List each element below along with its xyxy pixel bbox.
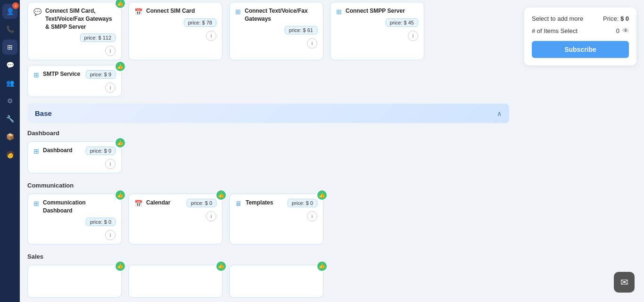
card-gateway-icon: ⊞ xyxy=(235,8,241,16)
sidebar-icon-avatar[interactable]: 👤 9 xyxy=(2,4,17,19)
service-card-connect-smpp[interactable]: ⊞ Connect SMPP Server price: $ 45 i xyxy=(330,2,424,60)
sidebar-icon-grid[interactable]: ⊞ xyxy=(2,40,17,55)
card-header: 💬 Connect SIM Card, Text/Voice/Fax Gatew… xyxy=(33,7,116,31)
info-button[interactable]: i xyxy=(408,31,418,41)
card-title: Communication Dashboard xyxy=(43,199,116,215)
section-header-base[interactable]: Base ∧ xyxy=(27,104,509,123)
price-badge: price: $ 61 xyxy=(285,26,317,34)
card-title: Templates xyxy=(246,199,284,207)
selected-badge: 👍 xyxy=(115,61,126,72)
service-card-connect-sim-full[interactable]: 👍 💬 Connect SIM Card, Text/Voice/Fax Gat… xyxy=(27,2,122,60)
grid-icon: ⊞ xyxy=(7,43,13,51)
selected-badge: 👍 xyxy=(115,261,126,272)
service-card-sales-3[interactable]: 👍 xyxy=(229,265,323,298)
subscribe-button[interactable]: Subscribe xyxy=(532,41,629,58)
right-panel: Select to add more Price: $ 0 # of Items… xyxy=(517,0,644,302)
phone-icon: 📞 xyxy=(6,25,14,33)
comm-dashboard-icon: ⊞ xyxy=(33,200,39,207)
subscribe-price-row: Select to add more Price: $ 0 xyxy=(532,15,629,22)
info-button[interactable]: i xyxy=(206,211,216,221)
info-button[interactable]: i xyxy=(307,211,317,221)
items-label: # of Items Select xyxy=(532,27,578,34)
info-button[interactable]: i xyxy=(206,31,216,41)
service-card-smtp[interactable]: 👍 ⊞ SMTP Service price: $ 9 i xyxy=(27,65,122,97)
service-card-sales-2[interactable]: 👍 xyxy=(128,265,223,298)
service-card-calendar[interactable]: 👍 📅 Calendar price: $ 0 i xyxy=(128,194,223,245)
card-header: 📅 Calendar price: $ 0 xyxy=(134,199,216,207)
price-display: Price: $ 0 xyxy=(603,15,629,22)
card-title: Connect SMPP Server xyxy=(346,7,418,15)
card-calendar-icon: 📅 xyxy=(134,8,142,16)
sales-cards-grid: 👍 👍 👍 xyxy=(27,265,509,298)
card-footer: i xyxy=(33,46,116,56)
eye-icon[interactable]: 👁 xyxy=(622,27,629,34)
category-label-sales: Sales xyxy=(27,253,509,260)
service-card-connect-gateways[interactable]: ⊞ Connect Text/Voice/Fax Gateways price:… xyxy=(229,2,323,60)
card-footer: i xyxy=(235,211,317,221)
items-count-value: 0 xyxy=(616,27,619,34)
category-label-dashboard: Dashboard xyxy=(27,130,509,137)
price-badge: price: $ 0 xyxy=(288,199,317,207)
card-smpp-icon: ⊞ xyxy=(336,8,342,16)
base-section: Base ∧ Dashboard 👍 ⊞ Dashboard price: $ … xyxy=(27,104,509,298)
selected-badge: 👍 xyxy=(316,189,328,201)
tools-icon: 🔧 xyxy=(6,115,14,122)
card-header: ⊞ Communication Dashboard xyxy=(33,199,116,215)
selected-badge: 👍 xyxy=(316,261,328,272)
sidebar-icon-chat[interactable]: 💬 xyxy=(2,57,17,73)
card-footer: i xyxy=(134,31,216,41)
card-title: Connect SIM Card xyxy=(146,7,216,15)
price-badge: price: $ 45 xyxy=(386,18,418,27)
content-area: 👍 💬 Connect SIM Card, Text/Voice/Fax Gat… xyxy=(20,0,644,302)
card-footer: i xyxy=(134,211,216,221)
sidebar-icon-users[interactable]: 👥 xyxy=(2,75,17,90)
selected-badge: 👍 xyxy=(115,0,126,9)
service-card-dashboard[interactable]: 👍 ⊞ Dashboard price: $ 0 i xyxy=(27,141,122,173)
sidebar-icon-settings[interactable]: ⚙ xyxy=(2,93,17,108)
card-footer: i xyxy=(33,230,116,240)
sidebar-icon-tools[interactable]: 🔧 xyxy=(2,111,17,126)
cards-scrollable[interactable]: 👍 💬 Connect SIM Card, Text/Voice/Fax Gat… xyxy=(20,0,517,302)
sidebar-icon-box[interactable]: 📦 xyxy=(2,129,17,144)
card-title: Connect Text/Voice/Fax Gateways xyxy=(245,7,317,23)
card-header: 📅 Connect SIM Card xyxy=(134,7,216,16)
service-card-templates[interactable]: 👍 🖥 Templates price: $ 0 i xyxy=(229,194,323,245)
price-value: $ 0 xyxy=(620,15,629,22)
settings-icon: ⚙ xyxy=(7,97,13,105)
chat-bubble-icon: 💬 xyxy=(6,61,14,69)
category-label-communication: Communication xyxy=(27,182,509,189)
category-communication: Communication 👍 ⊞ Communication Dashboar… xyxy=(27,182,509,245)
service-card-connect-sim[interactable]: 📅 Connect SIM Card price: $ 78 i xyxy=(128,2,223,60)
dashboard-card-icon: ⊞ xyxy=(33,147,39,155)
card-header: ⊞ Connect SMPP Server xyxy=(336,7,418,16)
price-badge: price: $ 112 xyxy=(80,33,116,42)
info-button[interactable]: i xyxy=(307,38,317,49)
info-button[interactable]: i xyxy=(105,230,116,240)
card-sim-icon: 💬 xyxy=(33,8,41,16)
section-title: Base xyxy=(35,109,52,117)
service-card-sales-1[interactable]: 👍 xyxy=(27,265,122,298)
category-sales: Sales 👍 👍 👍 xyxy=(27,253,509,298)
category-dashboard: Dashboard 👍 ⊞ Dashboard price: $ 0 i xyxy=(27,130,509,173)
card-header: ⊞ SMTP Service price: $ 9 xyxy=(33,70,116,79)
chat-fab-icon: ✉ xyxy=(620,277,628,288)
chat-fab-button[interactable]: ✉ xyxy=(614,272,635,293)
card-header: 🖥 Templates price: $ 0 xyxy=(235,199,317,207)
box-icon: 📦 xyxy=(6,133,14,140)
info-button[interactable]: i xyxy=(105,46,116,56)
card-footer: i xyxy=(235,38,317,49)
info-button[interactable]: i xyxy=(105,82,116,93)
calendar-icon: 📅 xyxy=(134,200,142,207)
main-content: 👍 💬 Connect SIM Card, Text/Voice/Fax Gat… xyxy=(20,0,644,302)
info-button[interactable]: i xyxy=(105,159,116,169)
dashboard-cards-grid: 👍 ⊞ Dashboard price: $ 0 i xyxy=(27,141,509,173)
sidebar-icon-person[interactable]: 🧑 xyxy=(2,147,17,162)
sidebar-icon-phone[interactable]: 📞 xyxy=(2,22,17,37)
notification-badge: 9 xyxy=(12,2,19,9)
price-badge: price: $ 0 xyxy=(187,199,216,207)
subscribe-box: Select to add more Price: $ 0 # of Items… xyxy=(524,8,636,65)
chevron-up-icon: ∧ xyxy=(497,110,502,117)
service-card-comm-dashboard[interactable]: 👍 ⊞ Communication Dashboard price: $ 0 i xyxy=(27,194,122,245)
card-footer: i xyxy=(33,82,116,93)
avatar-icon: 👤 xyxy=(6,8,14,15)
